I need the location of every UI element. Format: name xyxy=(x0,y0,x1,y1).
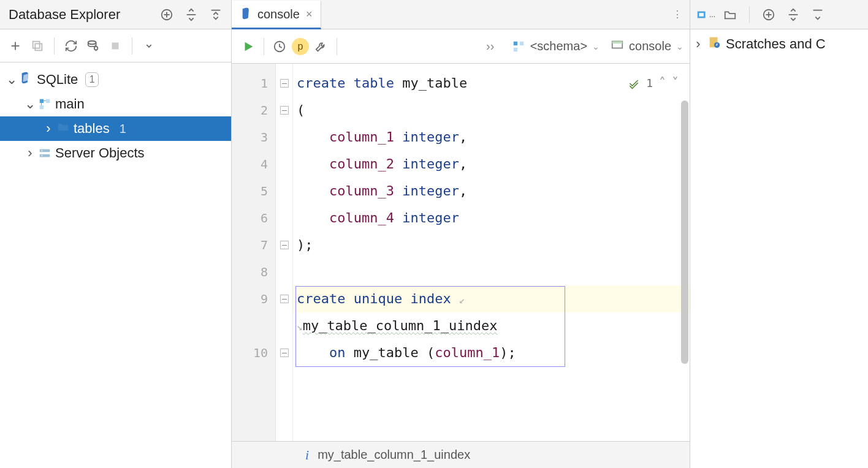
console-crumb[interactable]: console ⌄ xyxy=(611,38,683,55)
inspection-count: 1 xyxy=(646,70,653,97)
svg-rect-29 xyxy=(612,42,623,44)
svg-rect-26 xyxy=(520,41,523,45)
server-objects-label: Server Objects xyxy=(55,145,145,161)
chevron-down-icon[interactable]: ˅ xyxy=(672,70,679,97)
refresh-icon[interactable] xyxy=(61,36,82,56)
filter-settings-icon[interactable] xyxy=(83,36,104,56)
chevron-right-icon: › xyxy=(26,145,34,161)
database-explorer-title: Database Explorer xyxy=(5,7,120,23)
collapse-all-icon[interactable] xyxy=(181,4,202,25)
run-button[interactable] xyxy=(238,36,259,57)
playground-badge[interactable]: p xyxy=(290,36,311,57)
tables-label: tables xyxy=(74,121,110,137)
chevron-down-icon: ⌄ xyxy=(676,42,683,51)
line-gutter: 1 2 3 4 5 6 7 8 9 10 xyxy=(232,64,276,441)
sqlite-file-icon xyxy=(240,7,251,23)
fold-marker-icon[interactable] xyxy=(280,295,289,303)
overflow-icon[interactable]: ›› xyxy=(480,36,501,57)
schema-icon xyxy=(512,40,525,53)
tables-count: 1 xyxy=(120,122,126,136)
tab-console[interactable]: console × xyxy=(232,1,321,29)
tree-tables-row[interactable]: › tables 1 xyxy=(0,116,231,141)
add-target-icon[interactable] xyxy=(758,4,779,25)
console-crumb-label: console xyxy=(629,39,671,53)
chevron-right-icon: › xyxy=(694,36,702,52)
duplicate-icon[interactable] xyxy=(27,36,48,56)
tab-menu-icon[interactable]: ⋮ xyxy=(665,0,690,29)
svg-rect-27 xyxy=(513,47,517,51)
chevron-down-icon: ⌄ xyxy=(592,42,600,51)
scratches-row[interactable]: › Scratches and C xyxy=(694,36,864,53)
fold-marker-icon[interactable] xyxy=(280,106,289,115)
svg-rect-8 xyxy=(33,41,40,48)
schema-name: main xyxy=(55,96,85,112)
server-objects-icon xyxy=(38,146,51,160)
collapse-all-icon[interactable] xyxy=(783,4,804,25)
tree-server-objects-row[interactable]: › Server Objects xyxy=(0,141,231,165)
info-icon: i xyxy=(305,447,309,463)
status-text: my_table_column_1_uindex xyxy=(318,448,470,462)
fold-column[interactable] xyxy=(276,64,293,441)
chevron-down-icon: ⌄ xyxy=(26,96,34,112)
tree-schema-row[interactable]: ⌄ main xyxy=(0,92,231,116)
console-crumb-icon xyxy=(611,38,624,55)
live-template-arrow-icon: ↘ xyxy=(297,314,303,341)
svg-rect-14 xyxy=(40,99,44,103)
add-target-icon[interactable] xyxy=(156,4,177,25)
svg-rect-15 xyxy=(46,99,50,103)
svg-rect-16 xyxy=(40,105,44,109)
fold-marker-icon[interactable] xyxy=(280,349,289,357)
svg-rect-31 xyxy=(699,13,703,17)
schema-crumb-label: <schema> xyxy=(530,39,587,53)
expand-toggle-icon[interactable] xyxy=(205,4,226,25)
code-editor[interactable]: 1 2 3 4 5 6 7 8 9 10 xyxy=(232,64,690,441)
folder-icon xyxy=(56,120,70,137)
fold-marker-icon[interactable] xyxy=(280,79,289,88)
db-count-badge: 1 xyxy=(85,72,99,87)
svg-rect-20 xyxy=(40,154,50,157)
svg-marker-23 xyxy=(245,42,253,51)
inspection-widget[interactable]: 1 ˄ ˅ xyxy=(628,70,679,97)
history-icon[interactable] xyxy=(269,36,290,57)
scratches-label: Scratches and C xyxy=(726,36,826,52)
live-template-arrow-icon: ↙ xyxy=(459,287,465,314)
close-icon[interactable]: × xyxy=(306,8,313,21)
new-datasource-icon[interactable] xyxy=(5,36,26,56)
svg-rect-19 xyxy=(40,149,50,153)
svg-rect-25 xyxy=(513,41,517,45)
schema-icon xyxy=(38,97,51,111)
tree-db-row[interactable]: ⌄ SQLite 1 xyxy=(0,67,231,92)
chevron-right-icon: › xyxy=(44,121,53,137)
stop-icon xyxy=(105,36,126,56)
settings-wrench-icon[interactable] xyxy=(311,36,332,57)
fold-marker-icon[interactable] xyxy=(280,241,289,249)
chevron-up-icon[interactable]: ˄ xyxy=(659,70,666,97)
db-name: SQLite xyxy=(37,72,78,88)
svg-point-22 xyxy=(42,155,43,156)
svg-point-10 xyxy=(94,46,98,50)
chevron-down-icon: ⌄ xyxy=(7,72,16,88)
open-folder-icon[interactable] xyxy=(720,4,740,25)
svg-rect-7 xyxy=(35,43,42,50)
schema-crumb[interactable]: <schema> ⌄ xyxy=(512,39,600,53)
expand-toggle-icon[interactable] xyxy=(807,4,828,25)
vertical-scrollbar[interactable] xyxy=(681,100,688,364)
scratches-icon xyxy=(707,36,721,53)
tab-label: console xyxy=(257,7,300,21)
more-icon[interactable] xyxy=(139,36,159,56)
view-mode-icon[interactable]: ... xyxy=(695,4,716,25)
svg-point-9 xyxy=(88,40,96,44)
svg-point-21 xyxy=(42,150,43,151)
database-icon xyxy=(20,71,33,88)
svg-rect-13 xyxy=(112,42,119,49)
